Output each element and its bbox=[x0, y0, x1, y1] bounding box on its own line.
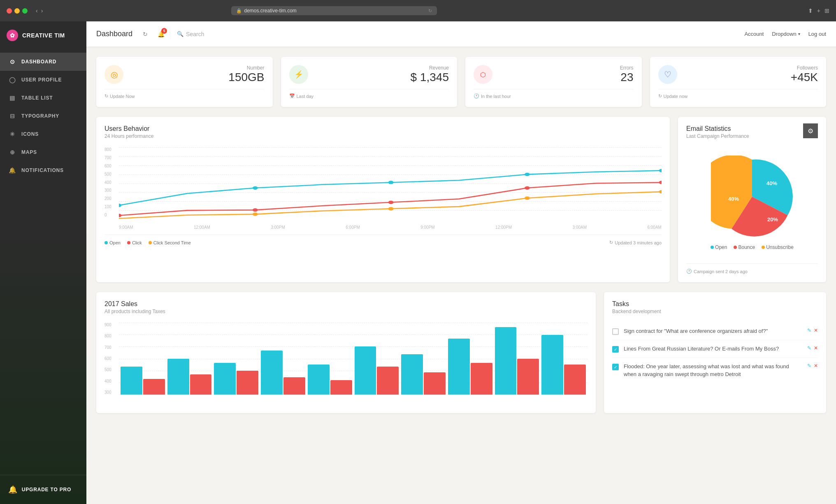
pie-legend: Open Bounce Unsubscribe bbox=[711, 244, 794, 250]
page-title: Dashboard bbox=[96, 30, 132, 38]
maps-icon: ⊕ bbox=[8, 148, 16, 156]
notification-bell-btn[interactable]: 🔔 5 bbox=[155, 28, 167, 40]
sidebar-item-icons[interactable]: ✳ ICONS bbox=[0, 125, 86, 143]
sales-card: 2017 Sales All products including Taxes … bbox=[96, 292, 596, 413]
search-box[interactable]: 🔍 Search bbox=[174, 29, 207, 39]
logout-link[interactable]: Log out bbox=[808, 31, 826, 37]
icons-icon: ✳ bbox=[8, 130, 16, 138]
sales-subtitle: All products including Taxes bbox=[104, 309, 588, 314]
sidebar-nav: ⊙ DASHBOARD ◯ USER PROFILE ▤ TABLE LIST … bbox=[0, 49, 86, 475]
windows-icon[interactable]: ⊞ bbox=[824, 7, 829, 14]
svg-text:20%: 20% bbox=[767, 216, 778, 223]
sidebar-item-label: DASHBOARD bbox=[21, 59, 56, 65]
sidebar-item-user-profile[interactable]: ◯ USER PROFILE bbox=[0, 71, 86, 89]
tasks-card: Tasks Backend development Sign contract … bbox=[604, 292, 826, 413]
chart-updated: ↻ Updated 3 minutes ago bbox=[609, 240, 662, 245]
minimize-button[interactable] bbox=[14, 8, 20, 14]
bar-group-8 bbox=[448, 323, 492, 395]
pie-chart-svg: 40% 20% 40% bbox=[711, 156, 793, 238]
svg-point-0 bbox=[119, 204, 121, 207]
bar-group-5 bbox=[308, 323, 352, 395]
forward-button[interactable]: › bbox=[41, 7, 43, 14]
bar-red-3 bbox=[237, 371, 258, 395]
upgrade-button[interactable]: 🔔 UPGRADE TO PRO bbox=[7, 482, 80, 497]
gear-button[interactable]: ⚙ bbox=[803, 123, 818, 138]
stat-value-errors: 23 bbox=[620, 71, 634, 84]
task-checkbox-2[interactable]: ✓ bbox=[612, 346, 619, 353]
task-delete-3[interactable]: ✕ bbox=[814, 363, 818, 369]
sidebar-item-label: ICONS bbox=[21, 131, 39, 137]
task-edit-1[interactable]: ✎ bbox=[807, 327, 811, 333]
task-checkbox-1[interactable] bbox=[612, 328, 619, 335]
svg-text:40%: 40% bbox=[766, 180, 777, 186]
sales-title: 2017 Sales bbox=[104, 300, 588, 308]
notification-badge: 5 bbox=[161, 28, 167, 34]
email-card-header: Email Statistics Last Campaign Performan… bbox=[686, 125, 818, 147]
bar-red-2 bbox=[190, 374, 212, 395]
task-text-3: Flooded: One year later, assessing what … bbox=[624, 363, 802, 378]
back-button[interactable]: ‹ bbox=[36, 7, 38, 14]
sidebar-upgrade-section: 🔔 UPGRADE TO PRO bbox=[0, 475, 86, 504]
email-stats-subtitle: Last Campaign Performance bbox=[686, 133, 749, 139]
topbar-icons: ↻ 🔔 5 bbox=[139, 28, 167, 40]
bar-cyan-2 bbox=[167, 359, 189, 395]
bar-red-8 bbox=[471, 363, 492, 395]
sidebar-item-notifications[interactable]: 🔔 NOTIFICATIONS bbox=[0, 161, 86, 179]
task-edit-3[interactable]: ✎ bbox=[807, 363, 811, 369]
close-button[interactable] bbox=[7, 8, 12, 14]
legend-open: Open bbox=[104, 240, 121, 245]
address-bar[interactable]: 🔒 demos.creative-tim.com ↻ bbox=[231, 6, 437, 15]
stat-label-revenue: Revenue bbox=[411, 65, 449, 71]
user-icon: ◯ bbox=[8, 76, 16, 84]
search-icon: 🔍 bbox=[177, 31, 183, 37]
new-tab-icon[interactable]: + bbox=[817, 7, 820, 14]
legend-pie-open: Open bbox=[711, 244, 727, 250]
chart-footer: Open Click Click Second Time ↻ Updated bbox=[104, 235, 662, 245]
stat-footer-errors: 🕐 In the last hour bbox=[474, 89, 634, 99]
bar-cyan-8 bbox=[448, 339, 470, 395]
task-edit-2[interactable]: ✎ bbox=[807, 345, 811, 351]
account-link[interactable]: Account bbox=[744, 31, 764, 37]
sidebar-item-label: TYPOGRAPHY bbox=[21, 113, 59, 119]
svg-point-12 bbox=[525, 196, 530, 200]
refresh-icon-btn[interactable]: ↻ bbox=[139, 28, 151, 40]
stat-footer-revenue: 📅 Last day bbox=[289, 89, 449, 99]
svg-point-8 bbox=[525, 186, 530, 190]
upgrade-icon: 🔔 bbox=[8, 485, 18, 494]
svg-point-2 bbox=[388, 181, 394, 184]
x-axis: 9:00AM12:00AM3:00PM6:00PM9:00PM12:00PM3:… bbox=[119, 225, 662, 230]
svg-point-7 bbox=[388, 201, 394, 204]
sidebar-item-label: USER PROFILE bbox=[21, 77, 62, 83]
bar-group-7 bbox=[401, 323, 446, 395]
legend-dot-click bbox=[127, 241, 130, 244]
bar-group-9 bbox=[495, 323, 539, 395]
bar-cyan-9 bbox=[495, 327, 517, 395]
updated-text: Updated 3 minutes ago bbox=[615, 240, 662, 245]
share-icon[interactable]: ⬆ bbox=[808, 7, 813, 14]
task-delete-2[interactable]: ✕ bbox=[814, 345, 818, 351]
stat-icon-number: ◎ bbox=[104, 65, 123, 84]
legend-pie-unsubscribe: Unsubscribe bbox=[762, 244, 794, 250]
content-area: ◎ Number 150GB ↻ Update Now ⚡ bbox=[86, 47, 836, 423]
maximize-button[interactable] bbox=[22, 8, 28, 14]
bar-red-9 bbox=[517, 359, 539, 395]
bar-group-10 bbox=[541, 323, 586, 395]
sidebar-item-typography[interactable]: ⊟ TYPOGRAPHY bbox=[0, 107, 86, 125]
chevron-down-icon: ▾ bbox=[798, 32, 800, 36]
pie-container: 40% 20% 40% Open Bounce bbox=[686, 147, 818, 258]
task-checkbox-3[interactable]: ✓ bbox=[612, 364, 619, 370]
sidebar-item-maps[interactable]: ⊕ MAPS bbox=[0, 143, 86, 161]
legend-pie-bounce: Bounce bbox=[734, 244, 755, 250]
clock-small-icon: ↻ bbox=[609, 240, 613, 245]
task-delete-1[interactable]: ✕ bbox=[814, 327, 818, 333]
svg-point-4 bbox=[659, 169, 662, 172]
stat-footer-text-number: Update Now bbox=[110, 94, 135, 99]
sidebar-item-table-list[interactable]: ▤ TABLE LIST bbox=[0, 89, 86, 107]
svg-point-5 bbox=[119, 214, 121, 217]
dropdown-btn[interactable]: Dropdown ▾ bbox=[772, 31, 800, 37]
bar-cyan-6 bbox=[355, 346, 376, 395]
stat-footer-number: ↻ Update Now bbox=[104, 89, 265, 99]
tasks-subtitle: Backend development bbox=[612, 309, 818, 314]
sidebar-item-dashboard[interactable]: ⊙ DASHBOARD bbox=[0, 53, 86, 71]
bar-chart: 900800700600500400300 bbox=[104, 323, 588, 405]
